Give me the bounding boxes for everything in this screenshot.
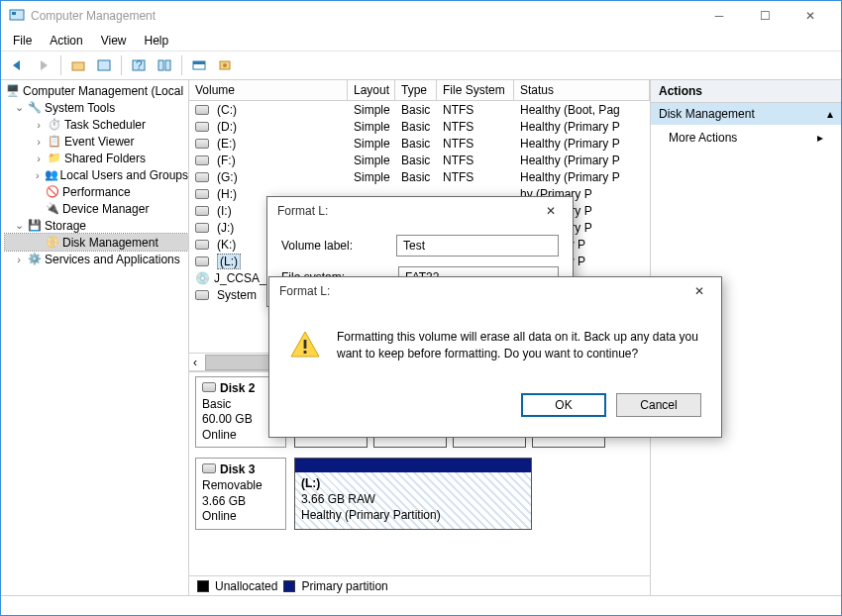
settings-button[interactable]	[214, 54, 236, 76]
svg-rect-7	[165, 60, 170, 70]
menubar: File Action View Help	[1, 31, 841, 51]
partition-l[interactable]: (L:) 3.66 GB RAW Healthy (Primary Partit…	[294, 458, 532, 529]
properties-button[interactable]	[93, 54, 115, 76]
tree-services[interactable]: ›⚙️Services and Applications	[5, 251, 188, 267]
svg-rect-2	[72, 62, 84, 70]
close-button[interactable]: ✕	[788, 1, 833, 31]
svg-rect-9	[193, 61, 205, 64]
legend: Unallocated Primary partition	[189, 575, 650, 595]
confirm-dialog-title: Format L:	[279, 284, 687, 298]
col-type[interactable]: Type	[395, 80, 437, 100]
refresh-button[interactable]	[188, 54, 210, 76]
window-title: Computer Management	[31, 9, 696, 23]
tree-event-viewer[interactable]: ›📋Event Viewer	[5, 133, 188, 150]
toolbar: ?	[1, 51, 841, 80]
col-volume[interactable]: Volume	[189, 80, 348, 100]
close-icon[interactable]: ✕	[687, 284, 711, 298]
back-button[interactable]	[7, 54, 29, 76]
tree-local-users[interactable]: ›👥Local Users and Groups	[5, 166, 188, 183]
close-icon[interactable]: ✕	[539, 204, 563, 218]
col-layout[interactable]: Layout	[348, 80, 395, 100]
menu-help[interactable]: Help	[145, 34, 169, 48]
statusbar	[1, 595, 841, 615]
help-button[interactable]: ?	[128, 54, 150, 76]
menu-file[interactable]: File	[13, 34, 32, 48]
col-status[interactable]: Status	[514, 80, 650, 100]
tree-shared-folders[interactable]: ›📁Shared Folders	[5, 150, 188, 166]
actions-disk-management[interactable]: Disk Management▴	[651, 103, 841, 125]
collapse-icon: ▴	[827, 107, 833, 121]
table-row[interactable]: (C:)SimpleBasicNTFSHealthy (Boot, Pag	[189, 101, 650, 118]
svg-point-11	[223, 63, 227, 67]
tree-disk-management[interactable]: 📀Disk Management	[5, 234, 188, 251]
actions-more[interactable]: More Actions▸	[651, 125, 841, 151]
view-button[interactable]	[154, 54, 175, 76]
table-row[interactable]: (G:)SimpleBasicNTFSHealthy (Primary P	[189, 168, 650, 185]
format-dialog-title: Format L:	[277, 204, 539, 218]
cancel-button[interactable]: Cancel	[616, 393, 701, 417]
menu-view[interactable]: View	[101, 34, 127, 48]
tree-root[interactable]: 🖥️Computer Management (Local	[5, 82, 188, 99]
warning-icon	[289, 329, 321, 363]
titlebar: Computer Management ─ ☐ ✕	[1, 1, 841, 31]
up-button[interactable]	[67, 54, 89, 76]
chevron-right-icon: ▸	[817, 131, 823, 145]
svg-rect-3	[98, 60, 110, 70]
table-row[interactable]: (E:)SimpleBasicNTFSHealthy (Primary P	[189, 135, 650, 152]
table-row[interactable]: (D:)SimpleBasicNTFSHealthy (Primary P	[189, 118, 650, 135]
disk-3-row[interactable]: Disk 3 Removable 3.66 GB Online (L:) 3.6…	[195, 458, 644, 529]
menu-action[interactable]: Action	[50, 34, 82, 48]
minimize-button[interactable]: ─	[696, 1, 742, 31]
confirm-dialog[interactable]: Format L: ✕ Formatting this volume will …	[268, 276, 722, 438]
ok-button[interactable]: OK	[521, 393, 606, 417]
app-icon	[9, 7, 25, 26]
svg-rect-6	[158, 60, 163, 70]
tree-device-manager[interactable]: 🔌Device Manager	[5, 200, 188, 217]
svg-rect-13	[304, 351, 307, 354]
tree-performance[interactable]: 🚫Performance	[5, 183, 188, 200]
svg-text:?: ?	[136, 58, 143, 72]
table-row[interactable]: (F:)SimpleBasicNTFSHealthy (Primary P	[189, 152, 650, 168]
volume-label-label: Volume label:	[281, 239, 396, 253]
tree-systools[interactable]: ⌄🔧System Tools	[5, 99, 188, 116]
col-filesystem[interactable]: File System	[437, 80, 514, 100]
forward-button[interactable]	[33, 54, 54, 76]
maximize-button[interactable]: ☐	[742, 1, 788, 31]
svg-rect-1	[12, 12, 16, 15]
nav-tree[interactable]: 🖥️Computer Management (Local ⌄🔧System To…	[1, 80, 189, 595]
tree-task-scheduler[interactable]: ›⏱️Task Scheduler	[5, 116, 188, 133]
confirm-message: Formatting this volume will erase all da…	[337, 329, 701, 362]
tree-storage[interactable]: ⌄💾Storage	[5, 217, 188, 234]
svg-rect-12	[304, 340, 307, 349]
volume-label-input[interactable]	[396, 235, 559, 257]
actions-header: Actions	[651, 80, 841, 103]
